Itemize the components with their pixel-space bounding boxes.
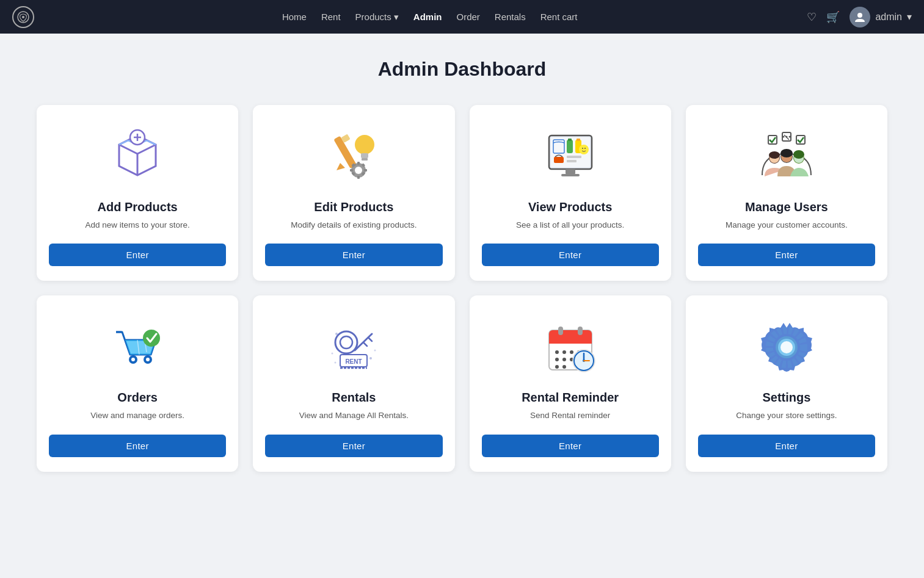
svg-rect-86 — [549, 338, 592, 344]
svg-point-61 — [793, 150, 804, 159]
svg-rect-33 — [561, 174, 580, 176]
rental-reminder-btn[interactable]: Enter — [482, 435, 659, 457]
add-products-title: Add Products — [98, 200, 178, 214]
nav-rent[interactable]: Rent — [321, 12, 341, 22]
rentals-desc: View and Manage All Rentals. — [299, 410, 409, 422]
user-dropdown-icon: ▾ — [907, 11, 912, 23]
svg-rect-41 — [567, 160, 577, 162]
svg-rect-25 — [364, 169, 367, 172]
view-products-desc: See a list of all your products. — [516, 219, 624, 231]
svg-point-2 — [857, 13, 862, 18]
svg-point-90 — [562, 350, 566, 354]
main-content: Admin Dashboard — [0, 34, 924, 511]
svg-line-9 — [147, 140, 156, 145]
user-label: admin — [875, 12, 902, 23]
svg-point-70 — [143, 330, 160, 347]
svg-point-55 — [769, 151, 780, 159]
nav-right: ♡ 🛒 admin ▾ — [807, 7, 912, 27]
nav-links: Home Rent Products ▾ Admin Order Rentals… — [53, 12, 807, 23]
svg-point-80 — [374, 350, 376, 352]
settings-icon — [753, 314, 820, 381]
card-rental-reminder: Rental Reminder Send Rental reminder Ent… — [470, 295, 671, 471]
svg-rect-40 — [567, 156, 581, 158]
nav-rent-cart[interactable]: Rent cart — [540, 12, 578, 22]
svg-point-51 — [782, 136, 784, 138]
view-products-title: View Products — [528, 200, 612, 214]
card-view-products: View Products See a list of all your pro… — [470, 105, 671, 281]
svg-rect-35 — [567, 140, 573, 153]
avatar — [849, 7, 870, 27]
wishlist-icon[interactable]: ♡ — [807, 10, 817, 24]
svg-point-17 — [355, 135, 374, 154]
add-products-icon — [104, 123, 171, 190]
svg-rect-32 — [566, 169, 575, 174]
svg-point-42 — [579, 145, 589, 154]
nav-admin[interactable]: Admin — [413, 12, 442, 22]
svg-point-44 — [584, 148, 586, 149]
view-products-btn[interactable]: Enter — [482, 244, 659, 266]
orders-btn[interactable]: Enter — [49, 435, 226, 457]
svg-text:RENT: RENT — [346, 358, 362, 365]
svg-rect-88 — [578, 327, 583, 335]
svg-point-58 — [780, 149, 793, 157]
manage-users-desc: Manage your customer accounts. — [726, 219, 848, 231]
svg-point-50 — [788, 136, 790, 138]
svg-line-4 — [119, 145, 137, 154]
rentals-title: Rentals — [332, 391, 376, 405]
card-manage-users: Manage Users Manage your customer accoun… — [686, 105, 887, 281]
nav-order[interactable]: Order — [456, 12, 479, 22]
edit-products-btn[interactable]: Enter — [265, 244, 442, 266]
logo-icon — [12, 6, 34, 28]
add-products-desc: Add new items to your store. — [85, 219, 190, 231]
cards-row-1: Add Products Add new items to your store… — [37, 105, 887, 281]
add-products-btn[interactable]: Enter — [49, 244, 226, 266]
rental-reminder-title: Rental Reminder — [522, 391, 619, 405]
chevron-down-icon: ▾ — [394, 12, 399, 23]
edit-products-icon — [320, 123, 387, 190]
card-orders: Orders View and manage orders. Enter — [37, 295, 238, 471]
svg-point-78 — [335, 333, 338, 335]
svg-point-67 — [146, 358, 150, 361]
svg-marker-15 — [336, 163, 345, 170]
edit-products-title: Edit Products — [314, 200, 393, 214]
rental-reminder-icon — [537, 314, 604, 381]
svg-point-82 — [335, 362, 336, 364]
cart-icon[interactable]: 🛒 — [826, 10, 840, 24]
svg-rect-18 — [361, 153, 368, 158]
nav-rentals[interactable]: Rentals — [495, 12, 526, 22]
orders-icon — [104, 314, 171, 381]
svg-point-65 — [131, 358, 135, 361]
svg-point-72 — [340, 336, 352, 349]
svg-point-95 — [562, 358, 566, 361]
svg-point-79 — [369, 357, 372, 359]
rentals-icon: RENT — [320, 314, 387, 381]
settings-btn[interactable]: Enter — [698, 435, 875, 457]
svg-point-100 — [562, 365, 566, 369]
settings-desc: Change your store settings. — [736, 410, 837, 422]
svg-rect-24 — [350, 169, 353, 172]
manage-users-btn[interactable]: Enter — [698, 244, 875, 266]
svg-rect-39 — [554, 157, 564, 163]
card-edit-products: Edit Products Modify details of existing… — [253, 105, 454, 281]
svg-point-99 — [555, 365, 559, 369]
orders-desc: View and manage orders. — [90, 410, 184, 422]
cards-row-2: Orders View and manage orders. Enter REN… — [37, 295, 887, 471]
svg-line-7 — [119, 140, 128, 145]
svg-rect-38 — [577, 139, 580, 141]
nav-products[interactable]: Products ▾ — [355, 12, 399, 23]
svg-rect-87 — [558, 327, 563, 335]
nav-home[interactable]: Home — [282, 12, 307, 22]
svg-line-5 — [137, 145, 156, 154]
svg-point-89 — [555, 350, 559, 354]
navbar: Home Rent Products ▾ Admin Order Rentals… — [0, 0, 924, 34]
logo — [12, 6, 34, 28]
svg-rect-19 — [362, 158, 368, 161]
svg-line-74 — [368, 338, 372, 341]
user-menu[interactable]: admin ▾ — [849, 7, 912, 27]
page-title: Admin Dashboard — [37, 58, 887, 81]
svg-point-81 — [332, 353, 333, 355]
svg-point-21 — [355, 167, 362, 174]
settings-title: Settings — [762, 391, 810, 405]
rentals-btn[interactable]: Enter — [265, 435, 442, 457]
svg-point-94 — [555, 358, 559, 361]
